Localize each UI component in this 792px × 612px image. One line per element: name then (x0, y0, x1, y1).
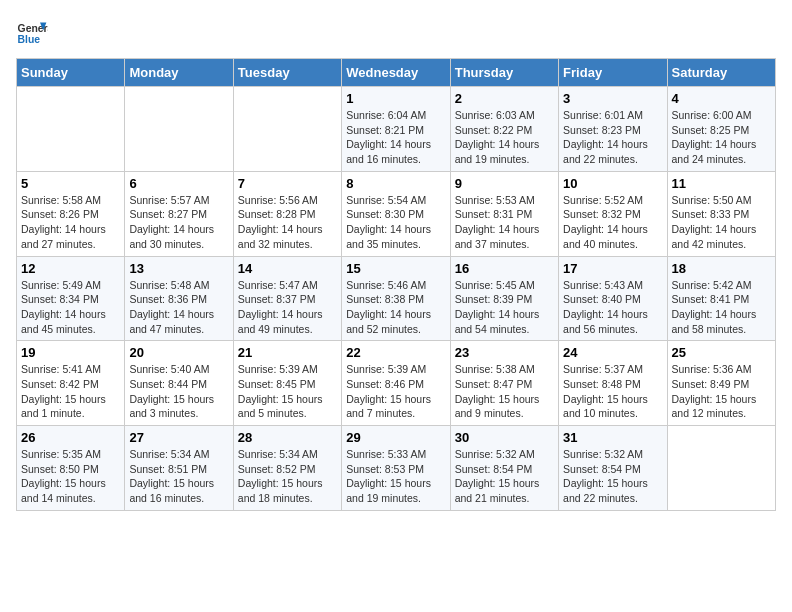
day-number: 18 (672, 261, 771, 276)
day-number: 29 (346, 430, 445, 445)
weekday-header-monday: Monday (125, 59, 233, 87)
day-info: Sunrise: 5:58 AMSunset: 8:26 PMDaylight:… (21, 193, 120, 252)
day-info: Sunrise: 5:45 AMSunset: 8:39 PMDaylight:… (455, 278, 554, 337)
calendar-cell: 7Sunrise: 5:56 AMSunset: 8:28 PMDaylight… (233, 171, 341, 256)
day-info: Sunrise: 6:01 AMSunset: 8:23 PMDaylight:… (563, 108, 662, 167)
calendar-cell: 6Sunrise: 5:57 AMSunset: 8:27 PMDaylight… (125, 171, 233, 256)
day-info: Sunrise: 5:42 AMSunset: 8:41 PMDaylight:… (672, 278, 771, 337)
calendar-cell: 27Sunrise: 5:34 AMSunset: 8:51 PMDayligh… (125, 426, 233, 511)
calendar-cell: 3Sunrise: 6:01 AMSunset: 8:23 PMDaylight… (559, 87, 667, 172)
day-number: 7 (238, 176, 337, 191)
day-number: 23 (455, 345, 554, 360)
day-number: 30 (455, 430, 554, 445)
day-number: 8 (346, 176, 445, 191)
day-number: 11 (672, 176, 771, 191)
day-info: Sunrise: 5:54 AMSunset: 8:30 PMDaylight:… (346, 193, 445, 252)
weekday-header-row: SundayMondayTuesdayWednesdayThursdayFrid… (17, 59, 776, 87)
svg-text:Blue: Blue (18, 34, 41, 45)
calendar-cell: 17Sunrise: 5:43 AMSunset: 8:40 PMDayligh… (559, 256, 667, 341)
day-info: Sunrise: 5:53 AMSunset: 8:31 PMDaylight:… (455, 193, 554, 252)
weekday-header-sunday: Sunday (17, 59, 125, 87)
page-header: General Blue (16, 16, 776, 48)
day-info: Sunrise: 5:46 AMSunset: 8:38 PMDaylight:… (346, 278, 445, 337)
calendar-cell: 9Sunrise: 5:53 AMSunset: 8:31 PMDaylight… (450, 171, 558, 256)
day-number: 21 (238, 345, 337, 360)
calendar-week-5: 26Sunrise: 5:35 AMSunset: 8:50 PMDayligh… (17, 426, 776, 511)
day-number: 27 (129, 430, 228, 445)
day-info: Sunrise: 5:47 AMSunset: 8:37 PMDaylight:… (238, 278, 337, 337)
calendar-week-1: 1Sunrise: 6:04 AMSunset: 8:21 PMDaylight… (17, 87, 776, 172)
calendar-week-2: 5Sunrise: 5:58 AMSunset: 8:26 PMDaylight… (17, 171, 776, 256)
calendar-cell: 10Sunrise: 5:52 AMSunset: 8:32 PMDayligh… (559, 171, 667, 256)
calendar-cell: 15Sunrise: 5:46 AMSunset: 8:38 PMDayligh… (342, 256, 450, 341)
day-info: Sunrise: 5:49 AMSunset: 8:34 PMDaylight:… (21, 278, 120, 337)
day-info: Sunrise: 5:34 AMSunset: 8:51 PMDaylight:… (129, 447, 228, 506)
day-info: Sunrise: 6:00 AMSunset: 8:25 PMDaylight:… (672, 108, 771, 167)
day-number: 12 (21, 261, 120, 276)
day-number: 9 (455, 176, 554, 191)
calendar-cell (233, 87, 341, 172)
weekday-header-friday: Friday (559, 59, 667, 87)
calendar-cell: 2Sunrise: 6:03 AMSunset: 8:22 PMDaylight… (450, 87, 558, 172)
calendar-cell: 11Sunrise: 5:50 AMSunset: 8:33 PMDayligh… (667, 171, 775, 256)
calendar-cell: 28Sunrise: 5:34 AMSunset: 8:52 PMDayligh… (233, 426, 341, 511)
day-number: 17 (563, 261, 662, 276)
day-info: Sunrise: 5:39 AMSunset: 8:46 PMDaylight:… (346, 362, 445, 421)
calendar-table: SundayMondayTuesdayWednesdayThursdayFrid… (16, 58, 776, 511)
calendar-week-3: 12Sunrise: 5:49 AMSunset: 8:34 PMDayligh… (17, 256, 776, 341)
weekday-header-tuesday: Tuesday (233, 59, 341, 87)
day-number: 28 (238, 430, 337, 445)
calendar-cell: 1Sunrise: 6:04 AMSunset: 8:21 PMDaylight… (342, 87, 450, 172)
day-info: Sunrise: 5:34 AMSunset: 8:52 PMDaylight:… (238, 447, 337, 506)
day-number: 31 (563, 430, 662, 445)
day-info: Sunrise: 5:43 AMSunset: 8:40 PMDaylight:… (563, 278, 662, 337)
day-number: 22 (346, 345, 445, 360)
calendar-cell: 16Sunrise: 5:45 AMSunset: 8:39 PMDayligh… (450, 256, 558, 341)
day-info: Sunrise: 5:35 AMSunset: 8:50 PMDaylight:… (21, 447, 120, 506)
day-number: 26 (21, 430, 120, 445)
calendar-cell (667, 426, 775, 511)
calendar-cell: 23Sunrise: 5:38 AMSunset: 8:47 PMDayligh… (450, 341, 558, 426)
day-number: 15 (346, 261, 445, 276)
calendar-cell: 5Sunrise: 5:58 AMSunset: 8:26 PMDaylight… (17, 171, 125, 256)
day-info: Sunrise: 5:32 AMSunset: 8:54 PMDaylight:… (455, 447, 554, 506)
day-number: 16 (455, 261, 554, 276)
day-number: 20 (129, 345, 228, 360)
logo-icon: General Blue (16, 16, 48, 48)
calendar-week-4: 19Sunrise: 5:41 AMSunset: 8:42 PMDayligh… (17, 341, 776, 426)
day-info: Sunrise: 5:41 AMSunset: 8:42 PMDaylight:… (21, 362, 120, 421)
calendar-cell: 25Sunrise: 5:36 AMSunset: 8:49 PMDayligh… (667, 341, 775, 426)
day-info: Sunrise: 6:04 AMSunset: 8:21 PMDaylight:… (346, 108, 445, 167)
day-number: 2 (455, 91, 554, 106)
weekday-header-saturday: Saturday (667, 59, 775, 87)
calendar-cell: 29Sunrise: 5:33 AMSunset: 8:53 PMDayligh… (342, 426, 450, 511)
day-info: Sunrise: 5:52 AMSunset: 8:32 PMDaylight:… (563, 193, 662, 252)
calendar-cell: 22Sunrise: 5:39 AMSunset: 8:46 PMDayligh… (342, 341, 450, 426)
weekday-header-thursday: Thursday (450, 59, 558, 87)
calendar-cell (17, 87, 125, 172)
day-number: 14 (238, 261, 337, 276)
calendar-cell: 26Sunrise: 5:35 AMSunset: 8:50 PMDayligh… (17, 426, 125, 511)
calendar-cell: 12Sunrise: 5:49 AMSunset: 8:34 PMDayligh… (17, 256, 125, 341)
calendar-cell: 18Sunrise: 5:42 AMSunset: 8:41 PMDayligh… (667, 256, 775, 341)
day-number: 4 (672, 91, 771, 106)
calendar-cell: 30Sunrise: 5:32 AMSunset: 8:54 PMDayligh… (450, 426, 558, 511)
day-info: Sunrise: 5:48 AMSunset: 8:36 PMDaylight:… (129, 278, 228, 337)
day-number: 6 (129, 176, 228, 191)
calendar-cell: 14Sunrise: 5:47 AMSunset: 8:37 PMDayligh… (233, 256, 341, 341)
calendar-cell (125, 87, 233, 172)
day-info: Sunrise: 5:33 AMSunset: 8:53 PMDaylight:… (346, 447, 445, 506)
day-number: 5 (21, 176, 120, 191)
day-info: Sunrise: 5:40 AMSunset: 8:44 PMDaylight:… (129, 362, 228, 421)
day-info: Sunrise: 5:57 AMSunset: 8:27 PMDaylight:… (129, 193, 228, 252)
day-info: Sunrise: 5:39 AMSunset: 8:45 PMDaylight:… (238, 362, 337, 421)
day-info: Sunrise: 5:38 AMSunset: 8:47 PMDaylight:… (455, 362, 554, 421)
day-number: 25 (672, 345, 771, 360)
day-info: Sunrise: 5:50 AMSunset: 8:33 PMDaylight:… (672, 193, 771, 252)
day-info: Sunrise: 5:56 AMSunset: 8:28 PMDaylight:… (238, 193, 337, 252)
day-number: 3 (563, 91, 662, 106)
day-info: Sunrise: 5:32 AMSunset: 8:54 PMDaylight:… (563, 447, 662, 506)
calendar-cell: 4Sunrise: 6:00 AMSunset: 8:25 PMDaylight… (667, 87, 775, 172)
day-info: Sunrise: 6:03 AMSunset: 8:22 PMDaylight:… (455, 108, 554, 167)
day-info: Sunrise: 5:36 AMSunset: 8:49 PMDaylight:… (672, 362, 771, 421)
